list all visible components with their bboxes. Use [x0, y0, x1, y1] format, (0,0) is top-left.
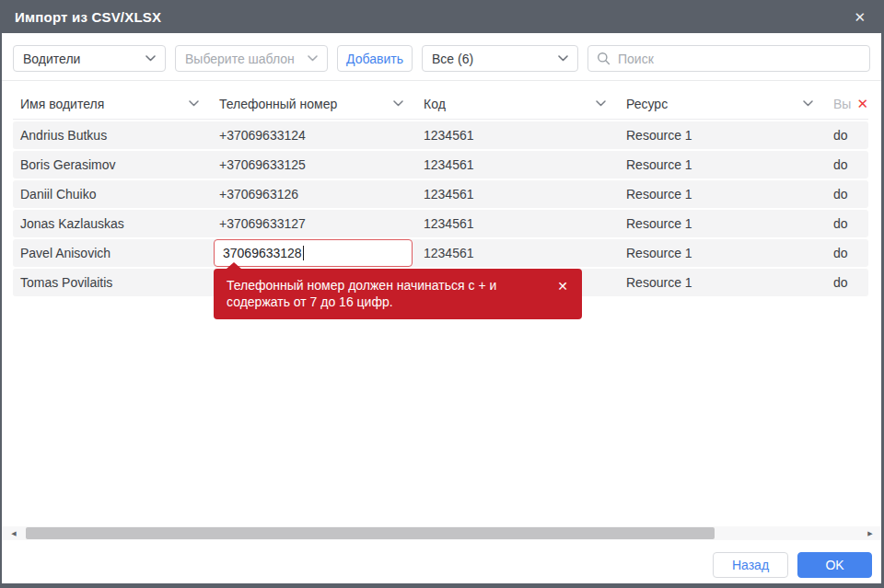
search-icon [597, 52, 611, 65]
table-row[interactable]: Boris Gerasimov +37069633125 1234561 Res… [13, 151, 868, 179]
cell-extra: do [826, 275, 868, 290]
chevron-down-icon[interactable] [393, 100, 403, 107]
cell-name: Jonas Kazlauskas [13, 216, 212, 231]
search-field [587, 45, 870, 72]
filter-value: Все (6) [432, 52, 473, 66]
cell-code: 1234561 [416, 157, 619, 172]
cell-phone: +37069633124 [212, 128, 416, 143]
chevron-down-icon [308, 55, 318, 62]
dialog-title: Импорт из CSV/XLSX [15, 9, 161, 25]
cell-phone-editing: 37069633128 [212, 239, 416, 267]
chevron-down-icon [558, 55, 568, 62]
chevron-down-icon[interactable] [803, 100, 813, 107]
column-header-name: Имя водителя [13, 97, 212, 111]
error-tooltip-close-icon[interactable]: ✕ [557, 279, 568, 295]
column-header-truncated: Вы ✕ [826, 97, 868, 111]
scrollbar-thumb[interactable] [26, 527, 715, 539]
cell-name: Pavel Anisovich [13, 246, 212, 260]
ok-button[interactable]: OK [797, 552, 872, 578]
import-dialog: Импорт из CSV/XLSX ✕ Водители Выберите ш… [0, 0, 884, 588]
scroll-right-icon[interactable]: ▶ [863, 526, 878, 540]
scroll-left-icon[interactable]: ◀ [6, 526, 21, 540]
cell-resource: Resource 1 [619, 275, 826, 290]
table-header: Имя водителя Телефонный номер Код Ресурс… [13, 88, 868, 120]
cell-code: 1234561 [416, 128, 619, 143]
cell-code: 1234561 [416, 216, 619, 231]
chevron-down-icon [145, 55, 156, 62]
cell-name: Tomas Povilaitis [13, 275, 212, 290]
phone-edit-input[interactable]: 37069633128 [214, 239, 413, 267]
dialog-titlebar: Импорт из CSV/XLSX ✕ [0, 0, 884, 33]
text-caret [303, 246, 304, 260]
cell-phone: +37069633125 [212, 157, 416, 172]
chevron-down-icon[interactable] [189, 100, 199, 107]
error-tooltip: Телефонный номер должен начинаться с + и… [214, 269, 582, 319]
cell-resource: Resource 1 [619, 246, 826, 260]
cell-code: 1234561 [416, 246, 619, 260]
cell-phone: +37069633127 [212, 216, 416, 231]
back-button[interactable]: Назад [713, 552, 788, 578]
toolbar-separator [2, 80, 881, 81]
add-button[interactable]: Добавить [337, 45, 413, 72]
template-select[interactable]: Выберите шаблон [175, 45, 328, 72]
error-tooltip-line2: содержать от 7 до 16 цифр. [227, 294, 545, 311]
cell-phone: +3706963126 [212, 187, 416, 202]
filter-select[interactable]: Все (6) [422, 45, 578, 72]
cell-name: Boris Gerasimov [13, 157, 212, 172]
cell-name: Daniil Chuiko [13, 187, 212, 202]
table-row[interactable]: Andrius Butkus +37069633124 1234561 Reso… [13, 121, 868, 149]
cell-extra: do [826, 157, 868, 172]
chevron-down-icon[interactable] [596, 100, 606, 107]
column-label: Вы [833, 97, 851, 111]
entity-type-select[interactable]: Водители [13, 45, 166, 72]
template-placeholder: Выберите шаблон [185, 52, 295, 66]
column-label: Код [424, 97, 446, 111]
cell-name: Andrius Butkus [13, 128, 212, 143]
remove-column-icon[interactable]: ✕ [856, 97, 868, 110]
entity-type-value: Водители [23, 52, 80, 66]
cell-extra: do [826, 216, 868, 231]
cell-resource: Resource 1 [619, 187, 826, 202]
phone-edit-value: 37069633128 [223, 246, 302, 260]
column-label: Ресурс [626, 97, 668, 111]
column-header-code: Код [416, 97, 619, 111]
table-row[interactable]: Jonas Kazlauskas +37069633127 1234561 Re… [13, 210, 868, 237]
cell-extra: do [826, 128, 868, 143]
cell-extra: do [826, 246, 868, 260]
horizontal-scrollbar[interactable]: ◀ ▶ [2, 526, 881, 540]
column-label: Телефонный номер [219, 97, 337, 111]
cell-extra: do [826, 187, 868, 202]
cell-resource: Resource 1 [619, 128, 826, 143]
column-header-phone: Телефонный номер [212, 97, 416, 111]
cell-resource: Resource 1 [619, 157, 826, 172]
column-header-resource: Ресурс [619, 97, 826, 111]
cell-resource: Resource 1 [619, 216, 826, 231]
cell-code: 1234561 [416, 187, 619, 202]
table-row[interactable]: Pavel Anisovich 37069633128 1234561 Reso… [13, 239, 868, 267]
error-tooltip-line1: Телефонный номер должен начинаться с + и [227, 278, 545, 294]
close-icon[interactable]: ✕ [854, 10, 866, 24]
search-input[interactable] [587, 45, 870, 72]
table-row[interactable]: Daniil Chuiko +3706963126 1234561 Resour… [13, 180, 868, 208]
toolbar: Водители Выберите шаблон Добавить Все (6… [13, 45, 870, 72]
column-label: Имя водителя [20, 97, 104, 111]
